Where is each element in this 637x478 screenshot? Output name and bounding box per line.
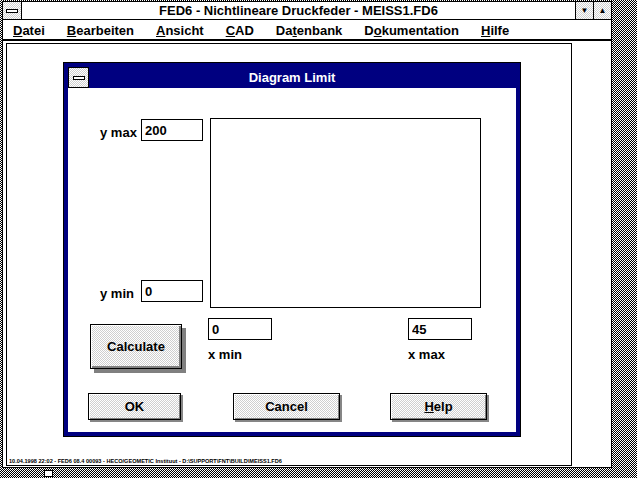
window-title: FED6 - Nichtlineare Druckfeder - MEISS1.… <box>22 2 575 19</box>
menu-item-hilfe[interactable]: Hilfe <box>470 23 520 38</box>
y-min-label: y min <box>100 286 134 301</box>
menu-item-datei[interactable]: Datei <box>5 23 56 38</box>
minimize-icon: ▼ <box>581 6 589 15</box>
dialog-system-menu-button[interactable] <box>68 67 89 88</box>
calculate-button[interactable]: Calculate <box>90 324 182 369</box>
maximize-button[interactable]: ▲ <box>593 2 611 19</box>
desktop-artifact <box>44 470 53 477</box>
menu-item-datenbank[interactable]: Datenbank <box>265 23 353 38</box>
y-max-input[interactable] <box>141 119 203 141</box>
system-menu-button[interactable] <box>3 2 22 19</box>
app-window: FED6 - Nichtlineare Druckfeder - MEISS1.… <box>2 1 612 468</box>
menu-item-bearbeiten[interactable]: Bearbeiten <box>56 23 145 38</box>
y-max-label: y max <box>100 125 137 140</box>
x-min-label: x min <box>208 347 242 362</box>
diagram-limit-dialog: Diagram Limit y max y min Calculate x mi… <box>63 62 521 437</box>
menu-item-dokumentation[interactable]: Dokumentation <box>353 23 470 38</box>
menu-item-ansicht[interactable]: Ansicht <box>145 23 215 38</box>
dialog-body: y max y min Calculate x min x max OK Can… <box>68 88 516 432</box>
x-min-input[interactable] <box>208 318 272 340</box>
help-button[interactable]: Help <box>390 393 487 420</box>
menu-item-cad[interactable]: CAD <box>215 23 265 38</box>
x-max-input[interactable] <box>408 318 472 340</box>
ok-button[interactable]: OK <box>88 393 181 420</box>
cancel-button[interactable]: Cancel <box>233 393 340 420</box>
system-menu-icon <box>6 9 18 13</box>
x-max-label: x max <box>408 347 445 362</box>
maximize-icon: ▲ <box>599 6 607 15</box>
status-bar-text: 10.04.1998 22:02 - FED6 08.4 00093 - HEC… <box>9 458 282 464</box>
dialog-titlebar: Diagram Limit <box>68 67 516 88</box>
menu-bar: Datei Bearbeiten Ansicht CAD Datenbank D… <box>3 21 611 41</box>
dialog-title: Diagram Limit <box>89 67 516 88</box>
y-min-input[interactable] <box>141 280 203 302</box>
desktop: { "window": { "title": "FED6 - Nichtline… <box>0 0 637 478</box>
window-titlebar: FED6 - Nichtlineare Druckfeder - MEISS1.… <box>3 2 611 20</box>
diagram-preview-box <box>210 118 481 308</box>
minimize-button[interactable]: ▼ <box>575 2 593 19</box>
dialog-system-menu-icon <box>73 76 85 80</box>
